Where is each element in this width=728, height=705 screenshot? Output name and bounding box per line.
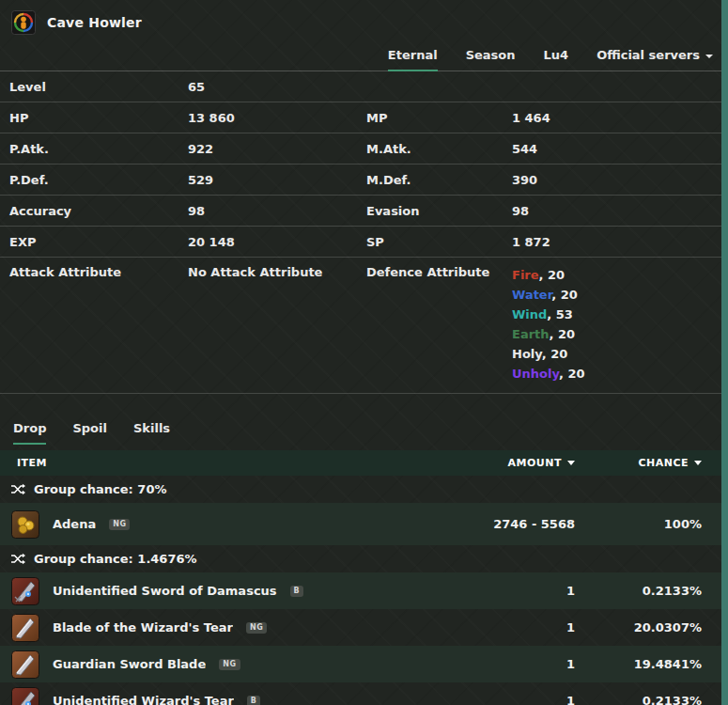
- defence-attribute-earth: Earth, 20: [512, 324, 719, 344]
- server-tab-eternal[interactable]: Eternal: [388, 48, 438, 70]
- item-name: Adena: [53, 517, 96, 531]
- item-icon-unid-sword: [11, 577, 39, 605]
- sort-desc-icon: [694, 461, 702, 465]
- stat-value: 1 464: [512, 111, 719, 125]
- group-chance-label: Group chance: 1.4676%: [34, 552, 197, 566]
- item-chance: 0.2133%: [575, 694, 702, 705]
- drop-tabs: DropSpoilSkills: [0, 415, 728, 445]
- stat-value: 65: [188, 80, 366, 94]
- element-value: , 20: [539, 268, 565, 282]
- server-tab-official-servers[interactable]: Official servers: [596, 48, 713, 70]
- stat-row: P.Def.529M.Def.390: [0, 164, 728, 196]
- drop-row-guardian-sword-blade[interactable]: Guardian Sword BladeNG119.4841%: [0, 646, 728, 682]
- tab-label: Drop: [13, 421, 46, 435]
- server-tab-lu4[interactable]: Lu4: [544, 48, 569, 70]
- group-chance-row: Group chance: 1.4676%: [0, 545, 728, 572]
- drop-table-body: Group chance: 70%AdenaNG2746 - 5568100%G…: [0, 476, 728, 705]
- item-cell: AdenaNG: [11, 510, 462, 539]
- column-item[interactable]: ITEM: [17, 457, 462, 469]
- item-amount: 2746 - 5568: [462, 517, 575, 531]
- item-amount: 1: [462, 620, 575, 634]
- stat-row: HP13 860MP1 464: [0, 102, 728, 133]
- element-value: , 20: [550, 327, 576, 341]
- stat-label: EXP: [9, 235, 188, 249]
- stat-value: 98: [512, 204, 719, 218]
- grade-badge: B: [290, 586, 304, 597]
- column-amount[interactable]: AMOUNT: [462, 457, 575, 469]
- element-value: , 20: [551, 288, 578, 302]
- monster-avatar-icon: [11, 10, 36, 35]
- drop-row-unidentified-wizard-s-tear[interactable]: Unidentified Wizard's TearB10.2133%: [0, 682, 728, 705]
- stat-label: Defence Attribute: [366, 265, 512, 279]
- item-icon-blade: [11, 650, 39, 679]
- item-chance: 19.4841%: [575, 657, 702, 671]
- item-icon-adena: [11, 510, 39, 539]
- server-tab-season[interactable]: Season: [466, 48, 516, 70]
- scrollbar[interactable]: [721, 0, 728, 705]
- stat-label: Evasion: [366, 204, 512, 218]
- element-value: , 20: [559, 367, 585, 381]
- stat-value: 98: [188, 204, 366, 218]
- tab-spoil[interactable]: Spoil: [72, 421, 107, 445]
- shuffle-icon: [11, 553, 25, 565]
- drop-row-unidentified-sword-of-damascus[interactable]: Unidentified Sword of DamascusB10.2133%: [0, 572, 728, 609]
- defence-attribute-fire: Fire, 20: [512, 265, 719, 285]
- column-chance-label: CHANCE: [638, 457, 689, 469]
- stat-label: P.Atk.: [9, 142, 188, 156]
- sort-desc-icon: [567, 461, 575, 465]
- element-name: Water: [512, 288, 551, 302]
- attribute-row: Attack AttributeNo Attack AttributeDefen…: [0, 258, 728, 394]
- item-amount: 1: [462, 657, 575, 671]
- stat-row: Level65: [0, 71, 728, 102]
- item-cell: Unidentified Sword of DamascusB: [11, 577, 462, 605]
- tab-label: Skills: [133, 421, 170, 435]
- server-tab-label: Eternal: [388, 48, 438, 62]
- stat-row: EXP20 148SP1 872: [0, 227, 728, 258]
- item-name: Guardian Sword Blade: [53, 657, 206, 671]
- chevron-down-icon: [705, 55, 713, 58]
- item-amount: 1: [462, 694, 575, 705]
- item-amount: 1: [462, 584, 575, 598]
- drop-row-adena[interactable]: AdenaNG2746 - 5568100%: [0, 503, 728, 545]
- server-tab-label: Lu4: [544, 48, 569, 62]
- stat-label: SP: [366, 235, 512, 249]
- server-tab-label: Season: [466, 48, 516, 62]
- server-tab-label: Official servers: [596, 48, 700, 62]
- group-chance-label: Group chance: 70%: [34, 482, 166, 496]
- stat-label: MP: [366, 111, 512, 125]
- grade-badge: NG: [246, 622, 267, 634]
- drop-section: DropSpoilSkills ITEM AMOUNT CHANCE Group…: [0, 415, 728, 705]
- grade-badge: NG: [219, 659, 240, 670]
- defence-attribute-wind: Wind, 53: [512, 305, 719, 324]
- page: Cave Howler EternalSeasonLu4Official ser…: [0, 0, 728, 705]
- element-name: Holy: [512, 347, 542, 361]
- stat-label: Accuracy: [9, 204, 188, 218]
- column-amount-label: AMOUNT: [508, 457, 562, 469]
- element-name: Unholy: [512, 367, 559, 381]
- defence-attribute-unholy: Unholy, 20: [512, 364, 719, 384]
- server-tabs: EternalSeasonLu4Official servers: [0, 45, 728, 71]
- drop-row-blade-of-the-wizard-s-tear[interactable]: Blade of the Wizard's TearNG120.0307%: [0, 609, 728, 646]
- item-icon-blade: [11, 614, 39, 642]
- tab-skills[interactable]: Skills: [133, 421, 170, 445]
- grade-badge: B: [247, 696, 261, 705]
- item-chance: 20.0307%: [575, 620, 702, 634]
- tab-drop[interactable]: Drop: [13, 421, 46, 445]
- stat-value: No Attack Attribute: [188, 265, 366, 279]
- item-cell: Guardian Sword BladeNG: [11, 650, 462, 679]
- stat-value: 922: [188, 142, 366, 156]
- element-value: , 20: [542, 347, 568, 361]
- drop-table-header: ITEM AMOUNT CHANCE: [0, 450, 728, 476]
- stat-label: Attack Attribute: [9, 265, 188, 279]
- element-name: Wind: [512, 307, 547, 321]
- column-chance[interactable]: CHANCE: [575, 457, 702, 469]
- tab-label: Spoil: [72, 421, 107, 435]
- stat-row: P.Atk.922M.Atk.544: [0, 133, 728, 164]
- stat-value: 13 860: [188, 111, 366, 125]
- shuffle-icon: [11, 483, 25, 495]
- stat-label: Level: [9, 80, 188, 94]
- item-icon-unid-sword: [11, 687, 39, 705]
- item-name: Unidentified Wizard's Tear: [53, 694, 234, 705]
- element-name: Fire: [512, 268, 539, 282]
- defence-attribute-water: Water, 20: [512, 285, 719, 305]
